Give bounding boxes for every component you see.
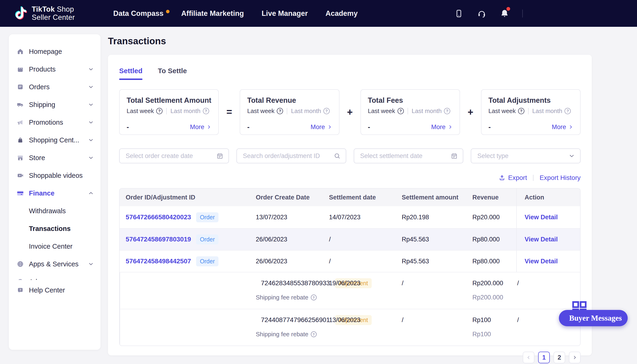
adjustment-reason: Shipping fee rebate?	[255, 331, 328, 338]
pagination: 1 2	[119, 352, 580, 363]
sidebar-bottom-section: ? Help Center	[9, 280, 101, 350]
period-last-month[interactable]: Last month?	[412, 108, 450, 115]
order-id-link[interactable]: 576472458498442507	[126, 258, 191, 265]
help-circle-icon[interactable]: ?	[311, 332, 317, 337]
sidebar-item-withdrawals[interactable]: Withdrawals	[9, 202, 101, 220]
filters-row	[119, 148, 580, 163]
sidebar-item-shoppable-videos[interactable]: Shoppable videos	[9, 166, 101, 184]
help-circle-icon[interactable]: ?	[518, 108, 524, 114]
tab-to-settle[interactable]: To Settle	[158, 67, 187, 80]
export-history-link[interactable]: Export History	[539, 174, 580, 182]
shipping-truck-icon	[16, 101, 24, 108]
tab-settled[interactable]: Settled	[119, 67, 143, 80]
settlement-date-filter[interactable]	[354, 148, 463, 163]
type-select[interactable]	[471, 148, 580, 163]
period-last-month[interactable]: Last month?	[291, 108, 330, 115]
period-last-week[interactable]: Last week?	[127, 108, 163, 115]
view-detail-link[interactable]: View Detail	[525, 214, 558, 221]
settlement-amount: Rp45.563	[401, 236, 471, 243]
help-circle-icon[interactable]: ?	[203, 108, 209, 114]
more-link[interactable]: More	[311, 124, 332, 131]
sidebar-item-transactions[interactable]: Transactions	[9, 220, 101, 238]
pagination-page-1[interactable]: 1	[538, 352, 550, 363]
view-detail-link[interactable]: View Detail	[525, 258, 558, 265]
card-value: -	[247, 123, 250, 131]
sidebar-item-shopping-center[interactable]: Shopping Cent...	[9, 131, 101, 149]
revenue: Rp80.000	[471, 258, 516, 265]
help-circle-icon[interactable]: ?	[156, 108, 163, 114]
products-bag-icon	[16, 65, 24, 73]
sidebar-item-store[interactable]: Store	[9, 149, 101, 166]
view-detail-link[interactable]: View Detail	[525, 236, 558, 243]
sidebar-item-shipping[interactable]: Shipping	[9, 96, 101, 114]
promotions-megaphone-icon	[16, 118, 24, 126]
order-create-date-filter[interactable]	[119, 148, 229, 163]
order-create-date: 26/06/2023	[255, 258, 328, 265]
sidebar-item-products[interactable]: Products	[9, 60, 101, 78]
settlement-tabs: Settled To Settle	[119, 67, 580, 80]
tiktok-shop-logo[interactable]: TikTok Shop Seller Center	[14, 5, 75, 22]
sidebar-item-orders[interactable]: Orders	[9, 78, 101, 96]
type-select-value[interactable]	[477, 152, 565, 160]
order-adjustment-id-input[interactable]	[243, 152, 330, 160]
sidebar-item-help-center[interactable]: ? Help Center	[9, 281, 101, 299]
plus-operator: +	[339, 89, 360, 135]
help-circle-icon[interactable]: ?	[564, 108, 571, 114]
help-circle-icon[interactable]: ?	[277, 108, 283, 114]
transactions-table: Order ID/Adjustment ID Order Create Date…	[119, 188, 580, 346]
upload-icon	[499, 174, 505, 181]
period-last-month[interactable]: Last month?	[532, 108, 571, 115]
period-last-week[interactable]: Last week?	[247, 108, 283, 115]
plus-operator: +	[460, 89, 481, 135]
chevron-down-icon	[88, 155, 94, 161]
pagination-page-2[interactable]: 2	[553, 352, 565, 363]
more-link[interactable]: More	[552, 124, 573, 131]
card-total-settlement-amount: Total Settlement Amount Last week? Last …	[119, 89, 219, 135]
order-id-link[interactable]: 576472666580420023	[126, 214, 191, 221]
adjustment-reason: Shipping fee rebate?	[255, 294, 328, 301]
transactions-panel: Settled To Settle Total Settlement Amoun…	[108, 55, 592, 356]
order-id-link[interactable]: 576472458697803019	[126, 236, 191, 243]
nav-academy[interactable]: Academy	[325, 9, 358, 18]
sidebar-item-finance[interactable]: Finance	[9, 184, 101, 202]
sidebar-item-homepage[interactable]: Homepage	[9, 43, 101, 60]
order-type-badge: Order	[196, 212, 219, 222]
help-question-icon: ?	[16, 286, 24, 294]
period-last-month[interactable]: Last month?	[170, 108, 209, 115]
sidebar-item-apps-services[interactable]: Apps & Services	[9, 255, 101, 273]
shopping-center-bag-icon	[16, 136, 24, 144]
more-link[interactable]: More	[431, 124, 453, 131]
chevron-down-icon	[88, 137, 94, 143]
adjustment-sub-amount: Rp100	[471, 331, 516, 338]
top-header: TikTok Shop Seller Center Data Compass A…	[0, 0, 637, 27]
settlement-date: /	[401, 280, 471, 287]
order-create-date-input[interactable]	[126, 152, 213, 160]
buyer-messages-button[interactable]: Buyer Messages	[559, 310, 628, 326]
notifications-bell-icon[interactable]	[499, 8, 510, 19]
help-circle-icon[interactable]: ?	[398, 108, 404, 114]
nav-affiliate-marketing[interactable]: Affiliate Marketing	[181, 9, 244, 18]
video-camera-icon	[16, 172, 24, 180]
mobile-app-icon[interactable]	[454, 8, 464, 19]
nav-data-compass[interactable]: Data Compass	[113, 9, 164, 18]
nav-live-manager[interactable]: Live Manager	[262, 9, 308, 18]
help-circle-icon[interactable]: ?	[311, 294, 317, 300]
period-last-week[interactable]: Last week?	[488, 108, 524, 115]
sidebar-item-invoice-center[interactable]: Invoice Center	[9, 238, 101, 255]
order-adjustment-id-search[interactable]	[236, 148, 346, 163]
card-value: -	[488, 123, 491, 131]
adjustment-sub-amount: Rp200.000	[471, 294, 516, 301]
sidebar-item-promotions[interactable]: Promotions	[9, 114, 101, 131]
settlement-date-input[interactable]	[360, 152, 448, 160]
support-headset-icon[interactable]	[477, 8, 487, 19]
pagination-next-button[interactable]	[569, 352, 580, 363]
pagination-prev-button[interactable]	[523, 352, 534, 363]
order-create-date: 26/06/2023	[255, 236, 328, 243]
help-circle-icon[interactable]: ?	[323, 108, 330, 114]
more-link[interactable]: More	[190, 124, 212, 131]
export-button[interactable]: Export	[499, 174, 527, 182]
period-last-week[interactable]: Last week?	[368, 108, 404, 115]
storefront-icon	[16, 154, 24, 162]
help-circle-icon[interactable]: ?	[444, 108, 450, 114]
table-row: 576472458697803019 Order 26/06/2023 / Rp…	[120, 228, 580, 250]
